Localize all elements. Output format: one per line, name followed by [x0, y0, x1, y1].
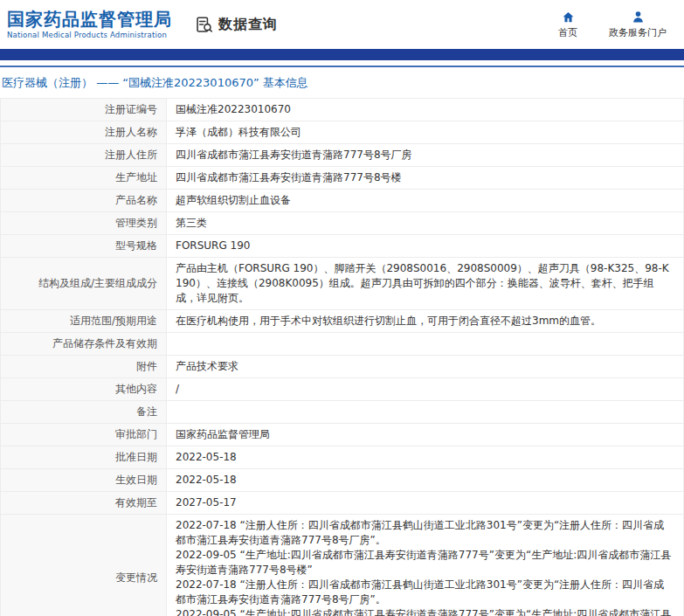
table-row: 管理类别 第三类 — [1, 212, 684, 235]
row-label: 备注 — [1, 401, 167, 424]
row-value: 第三类 — [167, 212, 684, 235]
header: 国家药品监督管理局 National Medical Products Admi… — [0, 0, 684, 49]
row-label: 注册人名称 — [1, 121, 167, 144]
table-row: 产品名称 超声软组织切割止血设备 — [1, 190, 684, 212]
table-row: 产品储存条件及有效期 — [1, 333, 684, 356]
table-row: 注册人名称 孚泽（成都）科技有限公司 — [1, 121, 684, 144]
row-value: 四川省成都市蒲江县寿安街道青蒲路777号8号厂房 — [167, 144, 684, 167]
row-label: 型号规格 — [1, 235, 167, 258]
row-value: 四川省成都市蒲江县寿安街道青蒲路777号8号楼 — [167, 167, 684, 190]
table-row: 生效日期 2022-05-18 — [1, 469, 684, 492]
table-row: 生产地址 四川省成都市蒲江县寿安街道青蒲路777号8号楼 — [1, 167, 684, 190]
row-value: 2022-05-18 — [167, 469, 684, 492]
row-label: 产品储存条件及有效期 — [1, 333, 167, 356]
table-row: 变更情况 2022-07-18 “注册人住所：四川省成都市蒲江县鹤山街道工业北路… — [1, 515, 684, 616]
row-label: 变更情况 — [1, 515, 167, 616]
row-label: 有效期至 — [1, 492, 167, 515]
row-label: 生效日期 — [1, 469, 167, 492]
table-row: 有效期至 2027-05-17 — [1, 492, 684, 515]
nav-portal[interactable]: 政务服务门户 — [609, 10, 667, 39]
nav-home[interactable]: 首页 — [558, 10, 577, 39]
row-value: 国械注准20223010670 — [167, 99, 684, 121]
table-row: 型号规格 FORSURG 190 — [1, 235, 684, 258]
row-value: / — [167, 378, 684, 401]
row-label: 批准日期 — [1, 446, 167, 469]
row-label: 适用范围/预期用途 — [1, 310, 167, 333]
row-label: 产品名称 — [1, 190, 167, 212]
nav-portal-label: 政务服务门户 — [609, 26, 667, 39]
user-icon — [632, 10, 645, 24]
nmpa-logo: 国家药品监督管理局 National Medical Products Admi… — [7, 10, 172, 39]
table-row: 批准日期 2022-05-18 — [1, 446, 684, 469]
table-row: 备注 — [1, 401, 684, 424]
row-value: 在医疗机构使用，用于手术中对软组织进行切割止血，可用于闭合直径不超过3mm的血管… — [167, 310, 684, 333]
breadcrumb: 医疗器械（注册） —— “国械注准20223010670” 基本信息 — [0, 67, 684, 98]
row-value: 2022-07-18 “注册人住所：四川省成都市蒲江县鹤山街道工业北路301号”… — [167, 515, 684, 616]
row-value: 超声软组织切割止血设备 — [167, 190, 684, 212]
logo-title: 国家药品监督管理局 — [7, 10, 172, 29]
row-value: FORSURG 190 — [167, 235, 684, 258]
section-title: 数据查询 — [218, 16, 278, 34]
row-value: 国家药品监督管理局 — [167, 424, 684, 446]
table-row: 适用范围/预期用途 在医疗机构使用，用于手术中对软组织进行切割止血，可用于闭合直… — [1, 310, 684, 333]
row-label: 审批部门 — [1, 424, 167, 446]
table-row: 结构及组成/主要组成成分 产品由主机（FORSURG 190）、脚踏开关（290… — [1, 258, 684, 310]
table-row: 注册证编号 国械注准20223010670 — [1, 99, 684, 121]
row-value — [167, 401, 684, 424]
row-value: 2022-05-18 — [167, 446, 684, 469]
table-row: 其他内容 / — [1, 378, 684, 401]
row-value: 产品技术要求 — [167, 356, 684, 378]
logo-subtitle: National Medical Products Administration — [7, 31, 172, 39]
table-row: 附件 产品技术要求 — [1, 356, 684, 378]
registration-info-table: 注册证编号 国械注准20223010670 注册人名称 孚泽（成都）科技有限公司… — [0, 98, 684, 616]
row-label: 其他内容 — [1, 378, 167, 401]
row-label: 生产地址 — [1, 167, 167, 190]
table-row: 注册人住所 四川省成都市蒲江县寿安街道青蒲路777号8号厂房 — [1, 144, 684, 167]
row-label: 管理类别 — [1, 212, 167, 235]
row-value: 产品由主机（FORSURG 190）、脚踏开关（2908S0016、2908S0… — [167, 258, 684, 310]
row-value — [167, 333, 684, 356]
data-query-section: 数据查询 — [195, 16, 278, 34]
row-value: 孚泽（成都）科技有限公司 — [167, 121, 684, 144]
home-icon — [562, 10, 575, 24]
row-value: 2027-05-17 — [167, 492, 684, 515]
primary-navbar — [0, 49, 684, 60]
row-label: 结构及组成/主要组成成分 — [1, 258, 167, 310]
nav-home-label: 首页 — [558, 26, 577, 39]
row-label: 附件 — [1, 356, 167, 378]
data-query-icon — [195, 16, 213, 34]
row-label: 注册人住所 — [1, 144, 167, 167]
row-label: 注册证编号 — [1, 99, 167, 121]
table-row: 审批部门 国家药品监督管理局 — [1, 424, 684, 446]
